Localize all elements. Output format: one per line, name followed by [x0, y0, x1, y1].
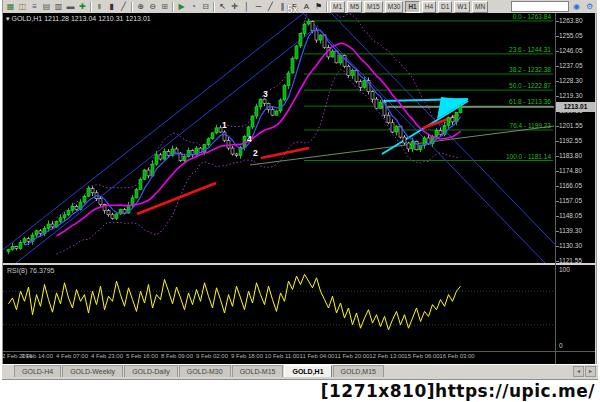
price-axis-label: 1228.30: [559, 77, 583, 84]
pane-divider[interactable]: [3, 263, 595, 265]
bollinger-upper-band: [57, 0, 461, 218]
time-axis-label: 10 Feb 11:00: [265, 353, 300, 359]
red-trend-segment-1[interactable]: [137, 183, 216, 214]
price-axis-label: 1201.55: [559, 122, 583, 129]
time-axis-label: 4 Feb 23:00: [91, 353, 123, 359]
wave-label-3: 3: [263, 89, 268, 99]
price-axis-label: 1174.80: [559, 167, 582, 174]
svg-text:61.8 - 1213.36: 61.8 - 1213.36: [509, 98, 551, 105]
rsi-axis-bottom: 0: [559, 342, 563, 349]
screenshot-frame: ▦◫≡▤▥▬✚‖▮╱⊕⊖⊞▶◔⊟↖✛│─╱∥FA⚑M1M5M15M30H1H4D…: [0, 0, 600, 402]
ohlc-values: 1211.28 1213.04 1210.31 1213.01: [44, 15, 151, 22]
chart-tab-gold-weekly[interactable]: GOLD-Weekly: [62, 365, 123, 377]
price-axis-label: 1263.80: [559, 17, 583, 24]
ascending-channel-upper[interactable]: [0, 12, 305, 252]
time-axis-label: 9 Feb 18:00: [231, 353, 263, 359]
symbol-period-label: GOLD,H1: [11, 15, 42, 22]
price-axis-label: 1192.55: [559, 137, 582, 144]
wave-label-5x: 5x: [287, 4, 298, 15]
chart-dropdown-icon[interactable]: ▾: [6, 15, 10, 22]
wave-label-4: 4: [247, 134, 252, 144]
chart-tab-gold-m30[interactable]: GOLD-M30: [179, 365, 231, 377]
price-axis-label: 1246.05: [559, 47, 583, 54]
price-axis-label: 1219.30: [559, 92, 583, 99]
time-axis-line: [3, 351, 595, 352]
main-price-pane: 0.0 - 1263.8423.6 - 1244.3138.2 - 1232.3…: [0, 0, 573, 263]
svg-text:100.0 - 1181.14: 100.0 - 1181.14: [506, 153, 551, 160]
wave-label-2: 2: [253, 148, 258, 158]
svg-text:0.0 - 1263.84: 0.0 - 1263.84: [513, 13, 552, 20]
chart-tab-gold-daily[interactable]: GOLD-Daily: [124, 365, 178, 377]
price-axis-label: 1148.05: [559, 212, 582, 219]
chart-canvas[interactable]: 0.0 - 1263.8423.6 - 1244.3138.2 - 1232.3…: [0, 0, 600, 402]
price-axis-label: 1139.30: [559, 227, 582, 234]
rsi-indicator-label: RSI(8) 76.3795: [7, 267, 54, 274]
time-axis-label: 4 Feb 07:00: [56, 353, 88, 359]
price-axis-label: 1121.55: [559, 257, 582, 264]
chart-tab-gold-h4[interactable]: GOLD-H4: [14, 365, 61, 377]
chart-info-line: ▾ GOLD,H1 1211.28 1213.04 1210.31 1213.0…: [6, 15, 151, 23]
current-price-box: 1213.01: [556, 102, 595, 112]
time-axis-label: 12 Feb 13:00: [369, 353, 404, 359]
time-axis-label: 11 Feb 20:00: [335, 353, 370, 359]
price-axis-label: 1130.30: [559, 242, 582, 249]
price-axis-label: 1166.05: [559, 182, 582, 189]
time-axis-label: 8 Feb 09:00: [161, 353, 193, 359]
time-axis-label: 9 Feb 02:00: [196, 353, 228, 359]
time-axis-label: 15 Feb 06:00: [404, 353, 439, 359]
price-axis-label: 1157.05: [559, 197, 582, 204]
tab-scroll-left[interactable]: ◂: [573, 366, 584, 377]
ascending-channel-lower[interactable]: [16, 26, 318, 263]
watermark-text: [1271x810]https://upic.me/: [321, 381, 600, 401]
time-axis-label: 11 Feb 04:00: [300, 353, 335, 359]
rsi-line: [9, 274, 461, 329]
tab-scroll-right[interactable]: ▸: [585, 366, 596, 377]
time-axis-label: 16 Feb 03:00: [439, 353, 474, 359]
time-axis-label: 3 Feb 14:00: [21, 353, 53, 359]
svg-text:50.0 - 1222.87: 50.0 - 1222.87: [509, 82, 551, 89]
watermark-strip: [1271x810]https://upic.me/: [0, 380, 600, 402]
chart-tab-gold-m15[interactable]: GOLD-M15: [232, 365, 284, 377]
price-axis-label: 1237.05: [559, 62, 583, 69]
chart-tab-gold-m15[interactable]: GOLD,M15: [333, 365, 384, 377]
chart-tab-gold-h1[interactable]: GOLD,H1: [284, 365, 331, 377]
time-axis-label: 5 Feb 16:00: [126, 353, 158, 359]
svg-text:23.6 - 1244.31: 23.6 - 1244.31: [509, 46, 551, 53]
tab-scroll-buttons: ◂▸: [573, 366, 598, 377]
rsi-indicator-pane: [3, 274, 555, 329]
price-axis-label: 1183.80: [559, 152, 582, 159]
chart-tab-bar: GOLD-H4GOLD-WeeklyGOLD-DailyGOLD-M30GOLD…: [2, 364, 598, 377]
wave-label-1: 1: [222, 120, 227, 130]
svg-text:38.2 - 1232.38: 38.2 - 1232.38: [509, 66, 551, 73]
red-trend-segment-2[interactable]: [261, 148, 309, 158]
bollinger-lower-band: [57, 69, 461, 254]
rsi-axis-top: 100: [559, 266, 570, 273]
price-axis-label: 1255.05: [559, 32, 583, 39]
svg-text:76.4 - 1199.23: 76.4 - 1199.23: [510, 122, 552, 129]
